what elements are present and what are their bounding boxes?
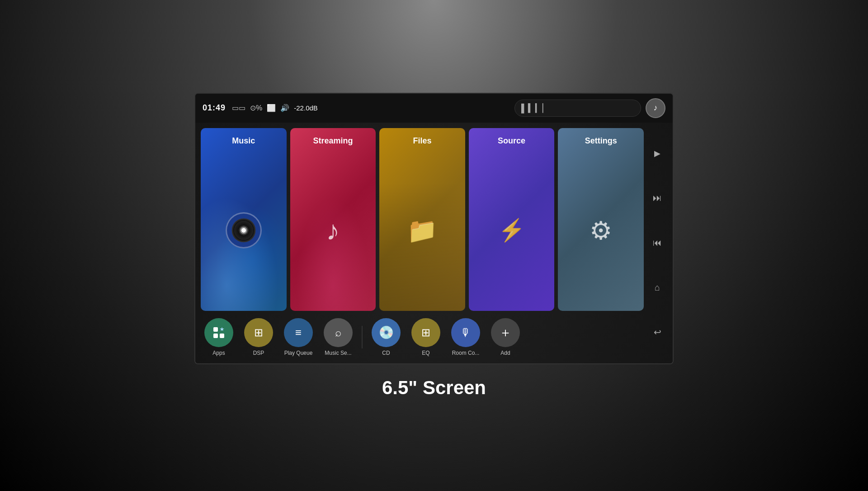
shortcut-btn-cd[interactable]: 💿: [372, 318, 401, 347]
device-frame: 01:49 ▭▭ ⊙% ⬜ 🔊 -22.0dB ▌▍▎▏ ♪ Music: [194, 93, 674, 364]
status-bar-right: ▌▍▎▏ ♪: [514, 98, 665, 118]
gear-icon: ⚙: [590, 216, 612, 245]
printer-icon: ⬜: [267, 104, 276, 112]
tile-source[interactable]: Source ⚡: [469, 128, 555, 311]
shortcut-roomco[interactable]: 🎙 Room Co...: [448, 318, 484, 356]
skip-prev-icon: [653, 238, 662, 248]
shortcut-label-roomco: Room Co...: [452, 350, 480, 356]
shortcut-eq[interactable]: ⊞ EQ: [408, 318, 444, 356]
play-button[interactable]: [649, 145, 665, 162]
files-tile-icon-area: 📁: [379, 150, 465, 311]
shortcut-label-playqueue: Play Queue: [284, 350, 313, 356]
music-button[interactable]: ♪: [646, 98, 665, 118]
status-bar: 01:49 ▭▭ ⊙% ⬜ 🔊 -22.0dB ▌▍▎▏ ♪: [195, 94, 673, 123]
music-tile-label: Music: [232, 136, 255, 146]
eq-icon: ⊞: [421, 326, 430, 339]
left-panel: Music Streaming ♪ Files: [201, 128, 644, 358]
shortcut-btn-dsp[interactable]: ⊞: [244, 318, 273, 347]
status-icons: ▭▭ ⊙% ⬜ 🔊 -22.0dB: [232, 104, 318, 112]
skip-prev-button[interactable]: [649, 234, 665, 251]
menu-tiles: Music Streaming ♪ Files: [201, 128, 644, 311]
waveform-icon: ▌▍▎▏: [521, 103, 550, 113]
shortcut-btn-add[interactable]: ＋: [491, 318, 520, 347]
vertical-divider: [362, 326, 363, 348]
streaming-tile-icon-area: ♪: [290, 150, 376, 311]
queue-icon: ≡: [295, 326, 302, 339]
music-note-btn-icon: ♪: [654, 103, 658, 113]
plus-icon: ＋: [499, 324, 512, 341]
tile-music[interactable]: Music: [201, 128, 287, 311]
shortcut-cd[interactable]: 💿 CD: [368, 318, 404, 356]
now-playing-bar[interactable]: ▌▍▎▏: [514, 100, 641, 117]
volume-value: -22.0dB: [294, 104, 318, 112]
shortcut-btn-playqueue[interactable]: ≡: [284, 318, 313, 347]
apps-grid-icon: [213, 327, 224, 338]
dsp-icon: ⊞: [254, 326, 263, 339]
screen-size-label: 6.5" Screen: [382, 377, 486, 399]
shortcut-label-dsp: DSP: [253, 350, 264, 356]
shortcut-musicse[interactable]: ⌕ Music Se...: [320, 318, 356, 356]
mic-icon: 🎙: [460, 326, 471, 339]
shortcut-label-apps: Apps: [212, 350, 225, 356]
shortcut-label-musicse: Music Se...: [325, 350, 351, 356]
shortcut-btn-roomco[interactable]: 🎙: [451, 318, 480, 347]
vinyl-center-dot: [240, 227, 247, 234]
shortcut-btn-musicse[interactable]: ⌕: [324, 318, 353, 347]
shortcut-add[interactable]: ＋ Add: [487, 318, 524, 356]
shortcut-btn-eq[interactable]: ⊞: [411, 318, 440, 347]
files-tile-label: Files: [413, 136, 431, 146]
shortcut-label-add: Add: [500, 350, 510, 356]
shortcuts-bar: Apps ⊞ DSP ≡ Play Queue ⌕: [201, 316, 644, 358]
back-button[interactable]: [649, 324, 665, 340]
shortcut-apps[interactable]: Apps: [201, 318, 237, 356]
home-button[interactable]: [649, 279, 665, 296]
speaker-icon: 🔊: [280, 104, 289, 112]
source-tile-label: Source: [498, 136, 525, 146]
music-tile-icon-area: [201, 150, 287, 311]
skip-next-icon: [653, 193, 662, 203]
streaming-tile-label: Streaming: [313, 136, 353, 146]
right-controls: [647, 128, 667, 358]
streaming-music-icon: ♪: [326, 215, 340, 246]
home-icon: [655, 282, 660, 293]
plug-icon: ⚡: [498, 218, 525, 243]
shortcut-playqueue[interactable]: ≡ Play Queue: [280, 318, 316, 356]
shortcut-label-cd: CD: [382, 350, 390, 356]
vinyl-disc: [226, 212, 262, 248]
tile-settings[interactable]: Settings ⚙: [558, 128, 644, 311]
shortcut-btn-apps[interactable]: [204, 318, 233, 347]
source-tile-icon-area: ⚡: [469, 150, 555, 311]
play-icon: [654, 148, 660, 158]
tile-files[interactable]: Files 📁: [379, 128, 465, 311]
cd-icon: 💿: [378, 325, 394, 340]
tile-streaming[interactable]: Streaming ♪: [290, 128, 376, 311]
settings-tile-label: Settings: [585, 136, 617, 146]
clock-display: 01:49: [203, 103, 226, 113]
battery-icon: ▭▭: [232, 104, 245, 112]
skip-next-button[interactable]: [649, 190, 665, 206]
settings-tile-icon-area: ⚙: [558, 150, 644, 311]
back-icon: [654, 327, 661, 338]
search-icon: ⌕: [335, 326, 341, 339]
shortcut-label-eq: EQ: [422, 350, 429, 356]
shortcut-dsp[interactable]: ⊞ DSP: [241, 318, 277, 356]
folder-icon: 📁: [407, 216, 437, 245]
settings-circle-icon: ⊙%: [250, 104, 262, 112]
main-content: Music Streaming ♪ Files: [195, 123, 673, 363]
